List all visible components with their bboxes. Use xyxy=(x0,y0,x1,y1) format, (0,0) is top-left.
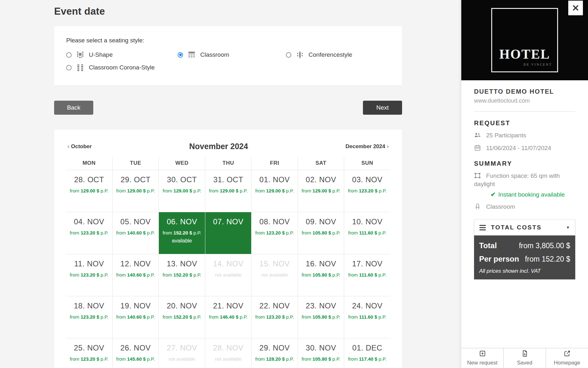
day-price: from 129.00 $ p.P. xyxy=(159,188,205,193)
day-date: 02. NOV xyxy=(298,175,344,184)
calendar-day[interactable]: 11. NOVfrom 123.20 $ p.P. xyxy=(66,254,112,296)
action-label: New request xyxy=(467,360,497,366)
day-date: 30. NOV xyxy=(298,343,344,352)
total-value: from 3,805.00 $ xyxy=(519,241,570,251)
calendar-day[interactable]: 19. NOVfrom 140.60 $ p.P. xyxy=(112,296,159,338)
calendar-day[interactable]: 06. NOVfrom 152.20 $ p.P.available xyxy=(159,212,205,254)
day-date: 30. OCT xyxy=(159,175,205,184)
sidebar-action-bar: New requestSavedHomepage xyxy=(461,348,588,368)
day-price: from 129.00 $ p.P. xyxy=(205,188,251,193)
instant-booking-row: ✔Instant booking available xyxy=(491,191,575,198)
homepage-icon xyxy=(564,350,570,358)
corona-icon xyxy=(76,64,85,71)
day-price: from 123.20 $ p.P. xyxy=(66,272,112,278)
calendar-day[interactable]: 29. NOVfrom 128.20 $ p.P. xyxy=(251,338,298,368)
day-date: 27. NOV xyxy=(159,343,205,352)
calendar-day[interactable]: 07. NOV xyxy=(205,212,251,254)
day-price: from 111.60 $ p.P. xyxy=(344,230,390,235)
calendar-day[interactable]: 22. NOVfrom 123.20 $ p.P. xyxy=(251,296,298,338)
calendar-day[interactable]: 12. NOVfrom 140.60 $ p.P. xyxy=(112,254,159,296)
calendar-day[interactable]: 04. NOVfrom 123.20 $ p.P. xyxy=(66,212,112,254)
calendar-day[interactable]: 05. NOVfrom 140.60 $ p.P. xyxy=(112,212,159,254)
page-title: Event date xyxy=(54,6,402,17)
calendar-day[interactable]: 28. OCTfrom 129.00 $ p.P. xyxy=(66,170,112,212)
weekday-header: MON xyxy=(66,156,112,170)
calendar-day[interactable]: 25. NOVfrom 123.20 $ p.P. xyxy=(66,338,112,368)
radio-button[interactable] xyxy=(66,65,72,70)
radio-button[interactable] xyxy=(178,52,183,58)
back-button[interactable]: Back xyxy=(54,101,93,115)
calendar-day[interactable]: 16. NOVfrom 105.80 $ p.P. xyxy=(298,254,344,296)
seating-option-conferencestyle[interactable]: Conferencestyle xyxy=(286,51,390,59)
calendar-day[interactable]: 18. NOVfrom 123.20 $ p.P. xyxy=(66,296,112,338)
day-date: 31. OCT xyxy=(205,175,251,184)
day-date: 07. NOV xyxy=(205,217,251,226)
wizard-navigation: Back Next xyxy=(54,101,402,115)
total-costs-panel: TOTAL COSTS ▼ Total from 3,805.00 $ Per … xyxy=(474,220,575,279)
calendar-day[interactable]: 17. NOVfrom 111.60 $ p.P. xyxy=(344,254,390,296)
hotel-website-link[interactable]: www.duettocloud.com xyxy=(474,97,575,104)
calendar-day[interactable]: 01. NOVfrom 129.00 $ p.P. xyxy=(251,170,298,212)
calendar-day[interactable]: 09. NOVfrom 105.80 $ p.P. xyxy=(298,212,344,254)
calendar-grid: MONTUEWEDTHUFRISATSUN28. OCTfrom 129.00 … xyxy=(66,156,390,368)
day-unavailable-label: not available xyxy=(159,356,205,362)
day-date: 28. NOV xyxy=(205,343,251,352)
calendar-day[interactable]: 08. NOVfrom 123.20 $ p.P. xyxy=(251,212,298,254)
calendar-day[interactable]: 29. OCTfrom 129.00 $ p.P. xyxy=(112,170,159,212)
day-date: 10. NOV xyxy=(344,217,390,226)
seating-option-label: Classroom Corona-Style xyxy=(89,64,155,71)
participants-text: 25 Participants xyxy=(486,132,526,139)
hotel-name: DUETTO DEMO HOTEL xyxy=(474,88,575,95)
calendar-day[interactable]: 20. NOVfrom 152.20 $ p.P. xyxy=(159,296,205,338)
seating-option-classroom[interactable]: Classroom xyxy=(178,51,286,59)
radio-button[interactable] xyxy=(286,52,291,58)
calendar-next-month-link[interactable]: December 2024› xyxy=(345,143,390,150)
homepage-button[interactable]: Homepage xyxy=(546,348,588,368)
close-icon[interactable]: ✕ xyxy=(568,1,583,15)
calendar-day[interactable]: 03. NOVfrom 123.20 $ p.P. xyxy=(344,170,390,212)
radio-button[interactable] xyxy=(66,52,72,58)
function-space-icon xyxy=(474,172,482,179)
calendar-day: 28. NOVnot available xyxy=(205,338,251,368)
seating-option-classroom-corona-style[interactable]: Classroom Corona-Style xyxy=(66,64,178,71)
day-date: 14. NOV xyxy=(205,259,251,268)
hotel-logo-frame: HOTEL DE VINCENT xyxy=(491,8,558,72)
calendar-day[interactable]: 13. NOVfrom 152.20 $ p.P. xyxy=(159,254,205,296)
day-price: from 123.20 $ p.P. xyxy=(66,356,112,362)
new-request-button[interactable]: New request xyxy=(461,348,503,368)
weekday-header: SUN xyxy=(344,156,390,170)
total-costs-header[interactable]: TOTAL COSTS ▼ xyxy=(474,220,575,235)
day-price: from 140.60 $ p.P. xyxy=(113,230,159,235)
participants-icon xyxy=(474,132,482,138)
calendar-day[interactable]: 02. NOVfrom 129.00 $ p.P. xyxy=(298,170,344,212)
day-date: 21. NOV xyxy=(205,301,251,310)
seating-option-label: U-Shape xyxy=(89,51,113,58)
day-date: 04. NOV xyxy=(66,217,112,226)
calendar-day[interactable]: 23. NOVfrom 105.80 $ p.P. xyxy=(298,296,344,338)
function-space-row: Function space: 65 qm with daylight xyxy=(474,172,575,188)
calendar-day[interactable]: 31. OCTfrom 129.00 $ p.P. xyxy=(205,170,251,212)
day-date: 11. NOV xyxy=(66,259,112,268)
day-price: from 129.00 $ p.P. xyxy=(251,188,298,193)
calendar-day[interactable]: 24. NOVfrom 111.60 $ p.P. xyxy=(344,296,390,338)
seating-option-u-shape[interactable]: U-Shape xyxy=(66,51,178,59)
day-date: 01. DEC xyxy=(344,343,390,352)
calendar-day[interactable]: 01. DECfrom 117.40 $ p.P. xyxy=(344,338,390,368)
calendar-day[interactable]: 26. NOVfrom 145.60 $ p.P. xyxy=(112,338,159,368)
calendar-day[interactable]: 10. NOVfrom 111.60 $ p.P. xyxy=(344,212,390,254)
day-date: 17. NOV xyxy=(344,259,390,268)
function-space-text: Function space: 65 qm with daylight xyxy=(474,172,560,187)
hotel-logo-subtext: DE VINCENT xyxy=(523,63,552,66)
next-button[interactable]: Next xyxy=(363,101,402,115)
calendar-day[interactable]: 21. NOVfrom 146.40 $ p.P. xyxy=(205,296,251,338)
calendar-prev-month-link[interactable]: ‹October xyxy=(66,143,92,150)
calendar-day[interactable]: 30. NOVfrom 105.80 $ p.P. xyxy=(298,338,344,368)
day-date: 08. NOV xyxy=(251,217,298,226)
calendar-day[interactable]: 30. OCTfrom 129.00 $ p.P. xyxy=(159,170,205,212)
day-price: from 129.00 $ p.P. xyxy=(298,188,344,193)
day-price: from 123.20 $ p.P. xyxy=(66,314,112,320)
day-price: from 140.60 $ p.P. xyxy=(113,272,159,278)
instant-booking-text: Instant booking available xyxy=(498,191,565,198)
saved-button[interactable]: Saved xyxy=(503,348,546,368)
day-price: from 111.60 $ p.P. xyxy=(344,272,390,278)
